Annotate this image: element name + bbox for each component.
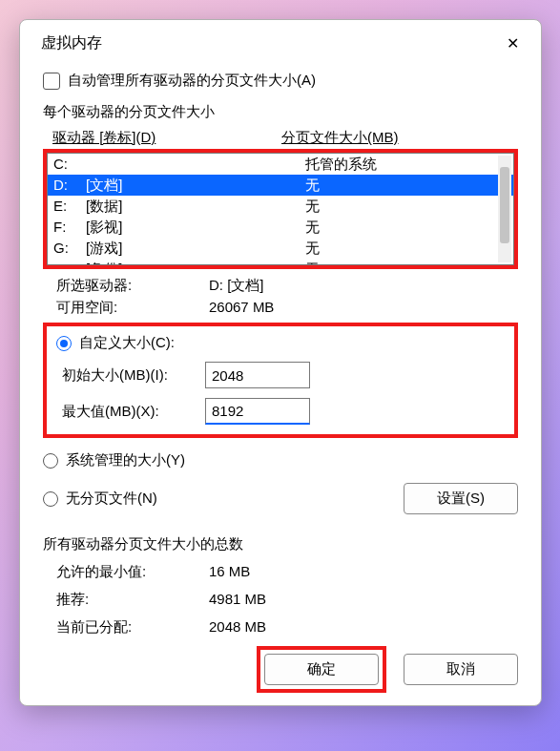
custom-size-radio-row[interactable]: 自定义大小(C): [56, 334, 505, 352]
auto-manage-row[interactable]: 自动管理所有驱动器的分页文件大小(A) [43, 72, 518, 90]
initial-size-row: 初始大小(MB)(I): [56, 362, 505, 388]
drive-letter: C: [53, 154, 86, 175]
drive-letter: G: [53, 238, 86, 259]
totals-rec-label: 推荐: [56, 591, 209, 609]
drive-row[interactable]: F:[影视]无 [48, 217, 513, 238]
free-space-value: 26067 MB [209, 299, 518, 317]
drive-label: [数据] [86, 196, 305, 217]
drive-row[interactable]: H:[备份]无 [48, 259, 513, 265]
drive-list-highlight: C:托管的系统D:[文档]无E:[数据]无F:[影视]无G:[游戏]无H:[备份… [43, 149, 518, 269]
max-size-label: 最大值(MB)(X): [62, 403, 205, 421]
no-paging-label: 无分页文件(N) [66, 490, 157, 508]
system-managed-row[interactable]: 系统管理的大小(Y) [43, 451, 518, 469]
set-button[interactable]: 设置(S) [404, 483, 518, 514]
totals-rec-row: 推荐: 4981 MB [43, 591, 518, 609]
drive-list[interactable]: C:托管的系统D:[文档]无E:[数据]无F:[影视]无G:[游戏]无H:[备份… [47, 153, 514, 265]
initial-size-input[interactable] [205, 362, 310, 388]
cancel-button[interactable]: 取消 [404, 654, 518, 685]
drive-pagefile: 无 [305, 175, 508, 196]
drive-label: [文档] [86, 175, 305, 196]
totals-heading: 所有驱动器分页文件大小的总数 [43, 535, 518, 553]
drive-row[interactable]: G:[游戏]无 [48, 238, 513, 259]
drive-row[interactable]: D:[文档]无 [48, 175, 513, 196]
selected-drive-value: D: [文档] [209, 277, 518, 295]
selected-drive-row: 所选驱动器: D: [文档] [43, 277, 518, 295]
auto-manage-label: 自动管理所有驱动器的分页文件大小(A) [68, 72, 316, 90]
system-managed-label: 系统管理的大小(Y) [66, 451, 185, 469]
drive-row[interactable]: C:托管的系统 [48, 154, 513, 175]
auto-manage-checkbox[interactable] [43, 73, 60, 90]
custom-size-radio[interactable] [56, 336, 72, 351]
totals-min-row: 允许的最小值: 16 MB [43, 563, 518, 581]
no-paging-row[interactable]: 无分页文件(N) [43, 490, 157, 508]
close-button[interactable]: ✕ [497, 30, 528, 56]
totals-cur-value: 2048 MB [209, 618, 518, 636]
drive-label [86, 154, 305, 175]
totals-cur-row: 当前已分配: 2048 MB [43, 618, 518, 636]
titlebar: 虚拟内存 ✕ [20, 20, 541, 62]
totals-min-value: 16 MB [209, 563, 518, 581]
drive-letter: H: [53, 259, 86, 265]
drive-columns: 驱动器 [卷标](D) 分页文件大小(MB) [43, 129, 518, 149]
drive-label: [备份] [86, 259, 305, 265]
content: 自动管理所有驱动器的分页文件大小(A) 每个驱动器的分页文件大小 驱动器 [卷标… [20, 62, 541, 646]
custom-size-label: 自定义大小(C): [79, 334, 175, 352]
drive-pagefile: 无 [305, 217, 508, 238]
totals-cur-label: 当前已分配: [56, 618, 209, 636]
max-size-row: 最大值(MB)(X): [56, 398, 505, 425]
dialog-footer: 确定 取消 [20, 646, 541, 714]
drive-letter: F: [53, 217, 86, 238]
custom-size-highlight: 自定义大小(C): 初始大小(MB)(I): 最大值(MB)(X): [43, 323, 518, 438]
selected-drive-label: 所选驱动器: [56, 277, 209, 295]
per-drive-heading: 每个驱动器的分页文件大小 [43, 103, 518, 121]
drive-row[interactable]: E:[数据]无 [48, 196, 513, 217]
ok-button[interactable]: 确定 [264, 654, 379, 685]
drive-pagefile: 无 [305, 238, 508, 259]
drive-pagefile: 无 [305, 259, 508, 265]
initial-size-label: 初始大小(MB)(I): [62, 366, 205, 385]
totals-rec-value: 4981 MB [209, 591, 518, 609]
col-pagefile: 分页文件大小(MB) [281, 129, 514, 147]
drive-pagefile: 托管的系统 [305, 154, 508, 175]
drive-label: [影视] [86, 217, 305, 238]
window-title: 虚拟内存 [41, 33, 102, 53]
virtual-memory-dialog: 虚拟内存 ✕ 自动管理所有驱动器的分页文件大小(A) 每个驱动器的分页文件大小 … [19, 19, 542, 706]
drive-letter: D: [53, 175, 86, 196]
drive-pagefile: 无 [305, 196, 508, 217]
free-space-label: 可用空间: [56, 299, 209, 317]
drive-label: [游戏] [86, 238, 305, 259]
max-size-input[interactable] [205, 398, 310, 425]
col-drive: 驱动器 [卷标](D) [52, 129, 281, 147]
scrollbar-thumb[interactable] [500, 167, 509, 243]
free-space-row: 可用空间: 26067 MB [43, 299, 518, 317]
system-managed-radio[interactable] [43, 453, 58, 469]
drive-scrollbar[interactable] [498, 156, 511, 262]
drive-letter: E: [53, 196, 86, 217]
ok-button-highlight: 确定 [257, 646, 386, 693]
totals-min-label: 允许的最小值: [56, 563, 209, 581]
close-icon: ✕ [507, 34, 519, 52]
no-paging-radio[interactable] [43, 491, 58, 507]
